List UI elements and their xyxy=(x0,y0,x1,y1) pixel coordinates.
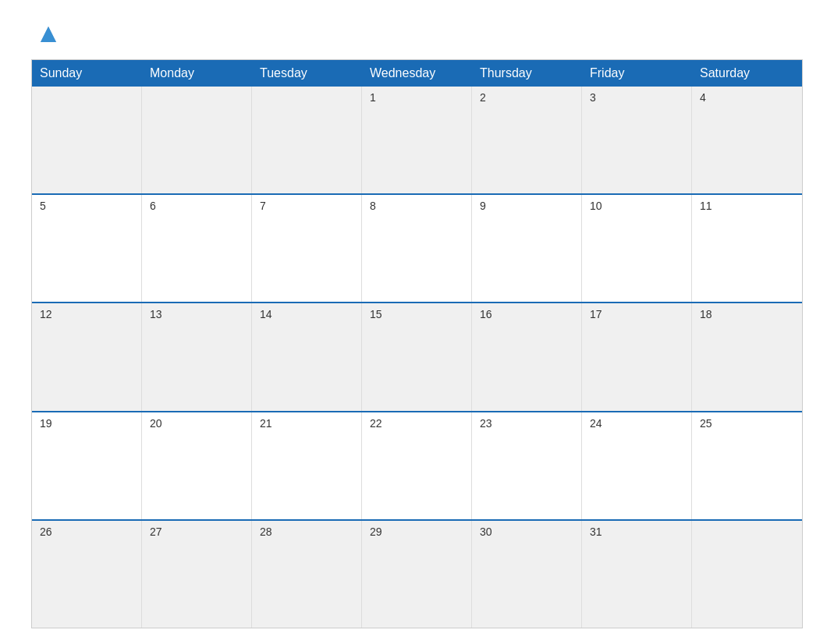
day-number: 22 xyxy=(370,417,463,430)
day-number: 6 xyxy=(150,200,243,212)
week-row-3: 12131415161718 xyxy=(32,302,802,410)
day-number: 5 xyxy=(40,200,133,212)
day-cell: 29 xyxy=(362,521,472,628)
day-cell: 8 xyxy=(362,195,472,302)
day-cell: 19 xyxy=(32,412,142,519)
day-cell: 24 xyxy=(582,412,692,519)
day-cell xyxy=(252,87,362,193)
day-cell: 18 xyxy=(692,303,802,410)
day-number: 18 xyxy=(700,308,794,320)
day-cell: 15 xyxy=(362,303,472,410)
day-number: 25 xyxy=(700,417,794,430)
header xyxy=(31,23,803,45)
week-row-1: 1234 xyxy=(32,87,802,193)
day-number: 29 xyxy=(370,525,463,538)
day-headers: Sunday Monday Tuesday Wednesday Thursday… xyxy=(32,60,802,87)
day-cell: 17 xyxy=(582,303,692,410)
day-cell: 16 xyxy=(472,303,582,410)
day-cell: 4 xyxy=(692,87,802,193)
day-cell: 14 xyxy=(252,303,362,410)
day-number: 19 xyxy=(40,417,133,430)
day-number: 12 xyxy=(40,308,133,320)
day-number: 30 xyxy=(480,525,573,538)
day-number: 4 xyxy=(700,91,794,104)
day-header-tuesday: Tuesday xyxy=(252,60,362,87)
day-number: 31 xyxy=(590,525,683,538)
day-number: 7 xyxy=(260,200,353,212)
svg-marker-1 xyxy=(41,27,56,42)
day-header-thursday: Thursday xyxy=(472,60,582,87)
day-number: 11 xyxy=(700,200,794,212)
day-cell xyxy=(142,87,252,193)
day-number: 10 xyxy=(590,200,683,212)
day-cell xyxy=(692,521,802,628)
calendar: Sunday Monday Tuesday Wednesday Thursday… xyxy=(31,59,803,628)
day-number: 1 xyxy=(370,91,463,104)
day-cell: 2 xyxy=(472,87,582,193)
logo xyxy=(31,23,59,45)
day-cell: 3 xyxy=(582,87,692,193)
day-number: 27 xyxy=(150,525,243,538)
day-cell: 20 xyxy=(142,412,252,519)
day-number: 24 xyxy=(590,417,683,430)
day-number: 17 xyxy=(590,308,683,320)
day-number: 20 xyxy=(150,417,243,430)
day-cell: 12 xyxy=(32,303,142,410)
week-row-2: 567891011 xyxy=(32,193,802,302)
day-cell: 31 xyxy=(582,521,692,628)
day-header-sunday: Sunday xyxy=(32,60,142,87)
day-cell: 11 xyxy=(692,195,802,302)
day-cell: 28 xyxy=(252,521,362,628)
day-header-saturday: Saturday xyxy=(692,60,802,87)
day-number: 15 xyxy=(370,308,463,320)
day-number: 23 xyxy=(480,417,573,430)
day-number: 13 xyxy=(150,308,243,320)
day-cell: 30 xyxy=(472,521,582,628)
weeks: 1234567891011121314151617181920212223242… xyxy=(32,87,802,628)
day-cell: 27 xyxy=(142,521,252,628)
day-number: 28 xyxy=(260,525,353,538)
day-number: 8 xyxy=(370,200,463,212)
logo-triangle-icon xyxy=(37,23,59,45)
day-cell: 5 xyxy=(32,195,142,302)
day-number: 26 xyxy=(40,525,133,538)
day-number: 21 xyxy=(260,417,353,430)
day-number: 3 xyxy=(590,91,683,104)
day-cell: 13 xyxy=(142,303,252,410)
day-header-wednesday: Wednesday xyxy=(362,60,472,87)
day-cell: 9 xyxy=(472,195,582,302)
day-header-monday: Monday xyxy=(142,60,252,87)
day-number: 9 xyxy=(480,200,573,212)
day-cell: 21 xyxy=(252,412,362,519)
week-row-4: 19202122232425 xyxy=(32,411,802,519)
day-cell: 23 xyxy=(472,412,582,519)
day-cell: 22 xyxy=(362,412,472,519)
day-cell: 26 xyxy=(32,521,142,628)
day-cell: 7 xyxy=(252,195,362,302)
day-cell: 6 xyxy=(142,195,252,302)
day-cell: 25 xyxy=(692,412,802,519)
week-row-5: 262728293031 xyxy=(32,519,802,628)
day-cell: 10 xyxy=(582,195,692,302)
page: Sunday Monday Tuesday Wednesday Thursday… xyxy=(0,0,834,644)
day-number: 14 xyxy=(260,308,353,320)
day-number: 2 xyxy=(480,91,573,104)
day-cell: 1 xyxy=(362,87,472,193)
day-cell xyxy=(32,87,142,193)
day-number: 16 xyxy=(480,308,573,320)
day-header-friday: Friday xyxy=(582,60,692,87)
